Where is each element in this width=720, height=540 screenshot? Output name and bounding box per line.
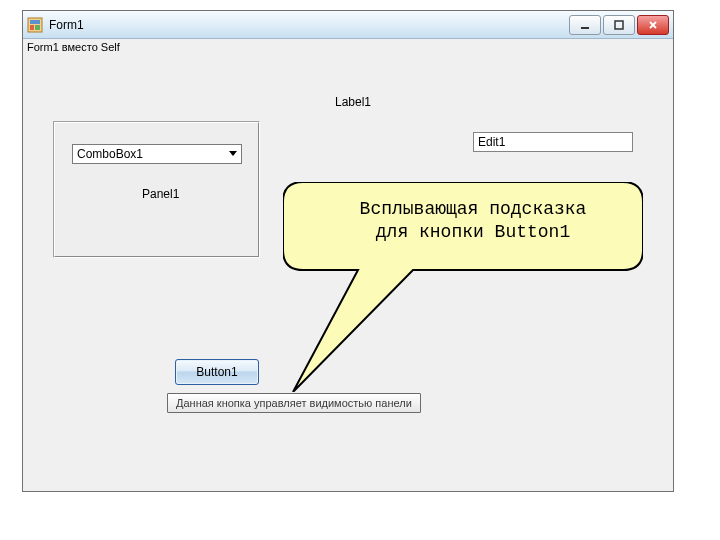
- svg-rect-3: [35, 25, 40, 30]
- close-icon: [648, 20, 658, 30]
- label1: Label1: [335, 95, 371, 109]
- chevron-down-icon: [229, 151, 237, 157]
- close-button[interactable]: [637, 15, 669, 35]
- combobox1[interactable]: ComboBox1: [72, 144, 242, 164]
- window-title: Form1: [49, 18, 569, 32]
- svg-rect-1: [30, 20, 40, 24]
- titlebar[interactable]: Form1: [23, 11, 673, 39]
- callout-balloon: Всплывающая подсказка для кнопки Button1: [283, 182, 643, 372]
- subheader-label: Form1 вместо Self: [27, 41, 120, 53]
- form-window: Form1 Form1 вместо Self Label1: [22, 10, 674, 492]
- panel1-caption: Panel1: [142, 187, 179, 201]
- button1[interactable]: Button1: [175, 359, 259, 385]
- minimize-icon: [580, 20, 590, 30]
- svg-rect-2: [30, 25, 34, 30]
- tooltip-text: Данная кнопка управляет видимостью панел…: [176, 397, 412, 409]
- callout-line1: Всплывающая подсказка: [360, 199, 587, 219]
- combobox1-dropdown-button[interactable]: [225, 145, 241, 163]
- maximize-button[interactable]: [603, 15, 635, 35]
- combobox1-text: ComboBox1: [73, 147, 225, 161]
- client-area: Form1 вместо Self Label1 ComboBox1 Panel…: [23, 39, 673, 491]
- window-controls: [569, 15, 669, 35]
- svg-rect-4: [581, 27, 589, 29]
- callout-text: Всплывающая подсказка для кнопки Button1: [313, 198, 633, 243]
- svg-marker-8: [229, 151, 237, 156]
- callout-line2: для кнопки Button1: [376, 222, 570, 242]
- panel1: ComboBox1 Panel1: [53, 121, 260, 258]
- svg-rect-5: [615, 21, 623, 29]
- maximize-icon: [614, 20, 624, 30]
- tooltip-box: Данная кнопка управляет видимостью панел…: [167, 393, 421, 413]
- minimize-button[interactable]: [569, 15, 601, 35]
- edit1-input[interactable]: [473, 132, 633, 152]
- button1-label: Button1: [196, 365, 237, 379]
- app-icon: [27, 17, 43, 33]
